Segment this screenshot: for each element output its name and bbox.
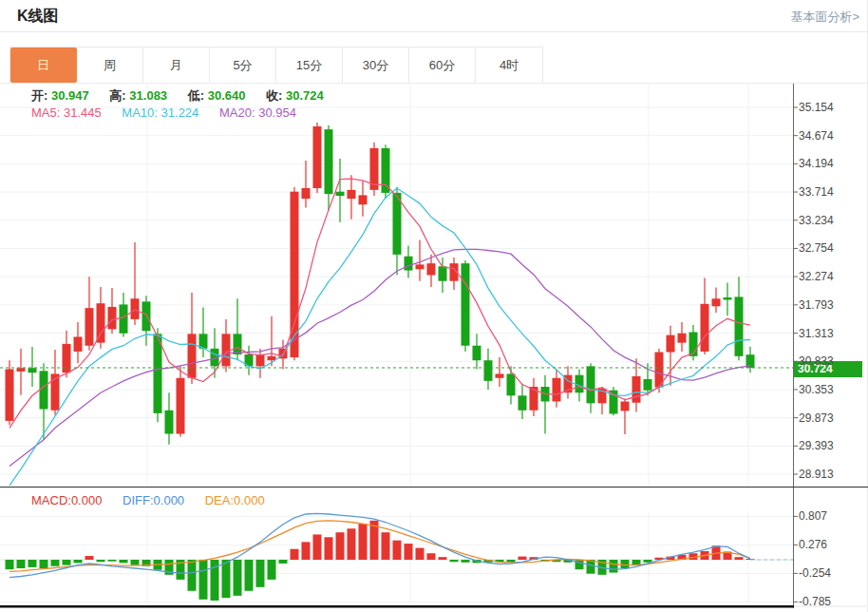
fundamental-analysis-link[interactable]: 基本面分析> [790,9,859,26]
diff-value-legend: DIFF:0.000 [123,493,184,507]
price-tick-label: 32.274 [799,270,834,283]
price-tick-label: 31.313 [799,327,834,340]
main-chart-area[interactable] [0,84,793,487]
tab-4hour[interactable]: 4时 [476,48,542,83]
macd-tick-label: -0.785 [799,595,831,608]
tab-month[interactable]: 月 [143,48,210,83]
tab-15min[interactable]: 15分 [276,48,343,83]
price-tick-label: 32.754 [799,241,834,255]
price-tick-label: 33.714 [799,185,834,199]
price-tick-label: 35.154 [799,101,834,114]
tab-5min[interactable]: 5分 [210,48,276,83]
tab-60min[interactable]: 60分 [409,48,476,83]
macd-value-legend: MACD:0.000 [31,493,102,507]
price-tick-label: 29.873 [799,411,834,425]
price-tick-label: 28.913 [799,468,834,481]
macd-tick-label: 0.276 [799,538,827,551]
interval-tabbar: 日 周 月 5分 15分 30分 60分 4时 [9,47,543,84]
tab-week[interactable]: 周 [77,48,143,83]
tab-day[interactable]: 日 [10,48,77,83]
price-tick-label: 29.393 [799,439,834,452]
price-tick-label: 30.353 [799,383,834,396]
dea-value-legend: DEA:0.000 [205,493,265,507]
kline-widget: K线图 基本面分析> 日 周 月 5分 15分 30分 60分 4时 开: 30… [0,0,868,612]
price-tick-label: 34.194 [799,157,834,170]
macd-tick-label: 0.807 [799,509,827,523]
macd-tick-label: -0.254 [799,566,831,580]
price-tick-label: 34.674 [799,129,834,143]
macd-legend: MACD:0.000 DIFF:0.000 DEA:0.000 [31,493,282,507]
price-tick-label: 33.234 [799,214,834,227]
tab-30min[interactable]: 30分 [343,48,409,83]
macd-chart-area[interactable] [0,511,793,606]
page-title: K线图 [17,7,59,27]
price-tick-label: 30.833 [799,354,834,368]
price-tick-label: 31.793 [799,298,834,312]
header-divider [0,31,868,32]
